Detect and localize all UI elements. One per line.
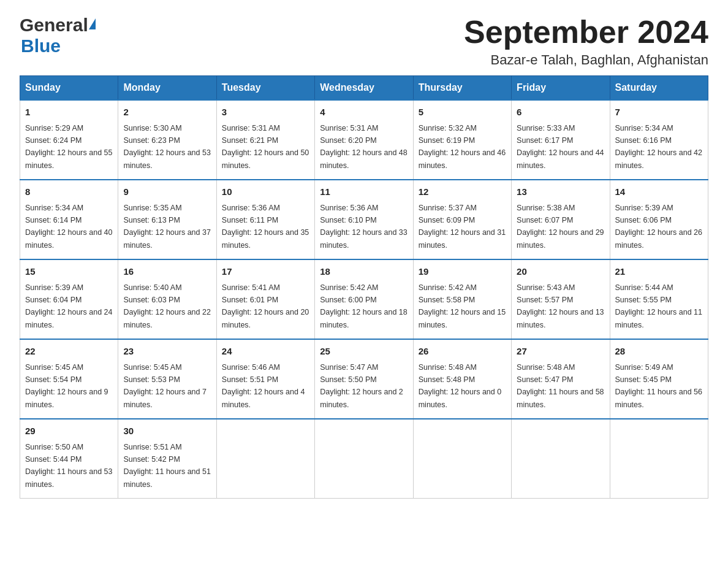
day-number: 26 [419, 345, 506, 359]
day-number: 14 [615, 185, 703, 199]
day-number: 4 [320, 105, 408, 120]
day-number: 29 [25, 424, 113, 439]
day-number: 23 [123, 345, 211, 359]
col-thursday: Thursday [413, 76, 511, 101]
calendar-day-cell: 8 Sunrise: 5:34 AMSunset: 6:14 PMDayligh… [20, 180, 118, 259]
day-info: Sunrise: 5:35 AMSunset: 6:13 PMDaylight:… [123, 204, 210, 250]
calendar-week-row: 15 Sunrise: 5:39 AMSunset: 6:04 PMDaylig… [20, 259, 708, 339]
col-saturday: Saturday [610, 76, 708, 101]
day-number: 3 [222, 105, 309, 120]
calendar-day-cell: 10 Sunrise: 5:36 AMSunset: 6:11 PMDaylig… [216, 180, 314, 259]
col-sunday: Sunday [20, 76, 118, 101]
calendar-day-cell: 18 Sunrise: 5:42 AMSunset: 6:00 PMDaylig… [315, 259, 413, 339]
day-info: Sunrise: 5:31 AMSunset: 6:21 PMDaylight:… [222, 124, 309, 170]
day-number: 25 [320, 345, 408, 359]
logo-general-text: General [20, 15, 88, 36]
day-info: Sunrise: 5:45 AMSunset: 5:54 PMDaylight:… [25, 363, 108, 409]
calendar-day-cell: 27 Sunrise: 5:48 AMSunset: 5:47 PMDaylig… [512, 339, 610, 419]
day-number: 2 [123, 105, 211, 120]
title-block: September 2024 Bazar-e Talah, Baghlan, A… [464, 15, 708, 68]
calendar-day-cell: 4 Sunrise: 5:31 AMSunset: 6:20 PMDayligh… [315, 100, 413, 180]
calendar-day-cell: 2 Sunrise: 5:30 AMSunset: 6:23 PMDayligh… [118, 100, 216, 180]
day-number: 11 [320, 185, 408, 199]
day-number: 1 [25, 105, 113, 120]
day-info: Sunrise: 5:34 AMSunset: 6:16 PMDaylight:… [615, 124, 702, 170]
calendar-day-cell: 26 Sunrise: 5:48 AMSunset: 5:48 PMDaylig… [413, 339, 511, 419]
day-number: 8 [25, 185, 113, 199]
calendar-day-cell: 24 Sunrise: 5:46 AMSunset: 5:51 PMDaylig… [216, 339, 314, 419]
calendar-day-cell: 25 Sunrise: 5:47 AMSunset: 5:50 PMDaylig… [315, 339, 413, 419]
day-info: Sunrise: 5:48 AMSunset: 5:48 PMDaylight:… [419, 363, 502, 409]
page-header: General Blue September 2024 Bazar-e Tala… [20, 15, 708, 68]
col-monday: Monday [118, 76, 216, 101]
calendar-day-cell: 30 Sunrise: 5:51 AMSunset: 5:42 PMDaylig… [118, 419, 216, 499]
calendar-day-cell [512, 419, 610, 499]
day-number: 28 [615, 345, 703, 359]
calendar-week-row: 8 Sunrise: 5:34 AMSunset: 6:14 PMDayligh… [20, 180, 708, 259]
day-number: 24 [222, 345, 309, 359]
day-info: Sunrise: 5:44 AMSunset: 5:55 PMDaylight:… [615, 283, 702, 329]
calendar-week-row: 1 Sunrise: 5:29 AMSunset: 6:24 PMDayligh… [20, 100, 708, 180]
calendar-day-cell: 22 Sunrise: 5:45 AMSunset: 5:54 PMDaylig… [20, 339, 118, 419]
day-info: Sunrise: 5:49 AMSunset: 5:45 PMDaylight:… [615, 363, 702, 409]
day-info: Sunrise: 5:45 AMSunset: 5:53 PMDaylight:… [123, 363, 207, 409]
day-info: Sunrise: 5:40 AMSunset: 6:03 PMDaylight:… [123, 283, 210, 329]
day-number: 12 [419, 185, 506, 199]
day-number: 18 [320, 265, 408, 279]
calendar-day-cell [610, 419, 708, 499]
day-number: 19 [419, 265, 506, 279]
day-number: 21 [615, 265, 703, 279]
day-number: 27 [517, 345, 604, 359]
calendar-day-cell: 9 Sunrise: 5:35 AMSunset: 6:13 PMDayligh… [118, 180, 216, 259]
day-info: Sunrise: 5:29 AMSunset: 6:24 PMDaylight:… [25, 124, 112, 170]
day-info: Sunrise: 5:42 AMSunset: 6:00 PMDaylight:… [320, 283, 407, 329]
day-info: Sunrise: 5:47 AMSunset: 5:50 PMDaylight:… [320, 363, 403, 409]
day-info: Sunrise: 5:38 AMSunset: 6:07 PMDaylight:… [517, 204, 604, 250]
calendar-day-cell: 15 Sunrise: 5:39 AMSunset: 6:04 PMDaylig… [20, 259, 118, 339]
day-info: Sunrise: 5:43 AMSunset: 5:57 PMDaylight:… [517, 283, 604, 329]
day-info: Sunrise: 5:42 AMSunset: 5:58 PMDaylight:… [419, 283, 506, 329]
day-number: 17 [222, 265, 309, 279]
calendar-day-cell: 20 Sunrise: 5:43 AMSunset: 5:57 PMDaylig… [512, 259, 610, 339]
day-number: 22 [25, 345, 113, 359]
day-info: Sunrise: 5:50 AMSunset: 5:44 PMDaylight:… [25, 443, 112, 489]
calendar-subtitle: Bazar-e Talah, Baghlan, Afghanistan [464, 52, 708, 68]
day-info: Sunrise: 5:36 AMSunset: 6:10 PMDaylight:… [320, 204, 407, 250]
calendar-day-cell [315, 419, 413, 499]
calendar-day-cell: 12 Sunrise: 5:37 AMSunset: 6:09 PMDaylig… [413, 180, 511, 259]
calendar-week-row: 29 Sunrise: 5:50 AMSunset: 5:44 PMDaylig… [20, 419, 708, 499]
calendar-day-cell: 29 Sunrise: 5:50 AMSunset: 5:44 PMDaylig… [20, 419, 118, 499]
day-number: 30 [123, 424, 211, 439]
day-number: 15 [25, 265, 113, 279]
logo: General Blue [20, 15, 96, 56]
day-info: Sunrise: 5:36 AMSunset: 6:11 PMDaylight:… [222, 204, 309, 250]
calendar-day-cell: 16 Sunrise: 5:40 AMSunset: 6:03 PMDaylig… [118, 259, 216, 339]
day-info: Sunrise: 5:33 AMSunset: 6:17 PMDaylight:… [517, 124, 604, 170]
calendar-table: Sunday Monday Tuesday Wednesday Thursday… [20, 75, 708, 499]
day-info: Sunrise: 5:32 AMSunset: 6:19 PMDaylight:… [419, 124, 506, 170]
calendar-day-cell: 28 Sunrise: 5:49 AMSunset: 5:45 PMDaylig… [610, 339, 708, 419]
day-info: Sunrise: 5:31 AMSunset: 6:20 PMDaylight:… [320, 124, 407, 170]
calendar-day-cell: 23 Sunrise: 5:45 AMSunset: 5:53 PMDaylig… [118, 339, 216, 419]
calendar-day-cell: 3 Sunrise: 5:31 AMSunset: 6:21 PMDayligh… [216, 100, 314, 180]
calendar-day-cell: 7 Sunrise: 5:34 AMSunset: 6:16 PMDayligh… [610, 100, 708, 180]
day-info: Sunrise: 5:51 AMSunset: 5:42 PMDaylight:… [123, 443, 210, 489]
col-wednesday: Wednesday [315, 76, 413, 101]
day-info: Sunrise: 5:46 AMSunset: 5:51 PMDaylight:… [222, 363, 305, 409]
day-number: 7 [615, 105, 703, 120]
calendar-day-cell: 5 Sunrise: 5:32 AMSunset: 6:19 PMDayligh… [413, 100, 511, 180]
day-info: Sunrise: 5:48 AMSunset: 5:47 PMDaylight:… [517, 363, 604, 409]
calendar-day-cell: 14 Sunrise: 5:39 AMSunset: 6:06 PMDaylig… [610, 180, 708, 259]
calendar-day-cell: 17 Sunrise: 5:41 AMSunset: 6:01 PMDaylig… [216, 259, 314, 339]
calendar-header-row: Sunday Monday Tuesday Wednesday Thursday… [20, 76, 708, 101]
logo-triangle-icon [89, 18, 96, 29]
calendar-title: September 2024 [464, 15, 708, 50]
calendar-day-cell: 6 Sunrise: 5:33 AMSunset: 6:17 PMDayligh… [512, 100, 610, 180]
day-number: 16 [123, 265, 211, 279]
day-number: 10 [222, 185, 309, 199]
day-info: Sunrise: 5:37 AMSunset: 6:09 PMDaylight:… [419, 204, 506, 250]
calendar-day-cell: 1 Sunrise: 5:29 AMSunset: 6:24 PMDayligh… [20, 100, 118, 180]
calendar-day-cell: 21 Sunrise: 5:44 AMSunset: 5:55 PMDaylig… [610, 259, 708, 339]
col-tuesday: Tuesday [216, 76, 314, 101]
day-info: Sunrise: 5:39 AMSunset: 6:04 PMDaylight:… [25, 283, 112, 329]
